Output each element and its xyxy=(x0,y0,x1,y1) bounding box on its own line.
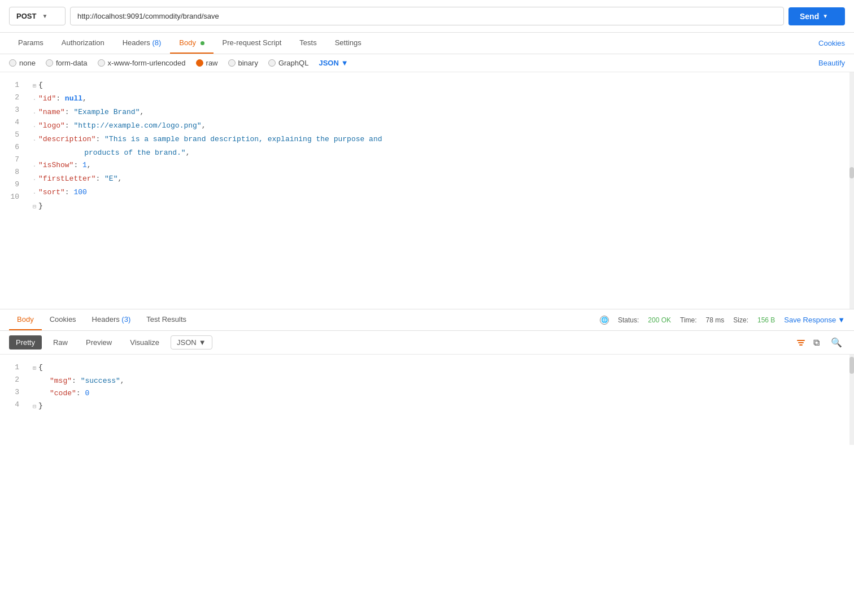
request-scrollbar-thumb xyxy=(849,167,854,178)
json-chevron-icon: ▼ xyxy=(341,59,348,67)
body-type-form-data[interactable]: form-data xyxy=(46,59,88,67)
response-scrollbar-thumb xyxy=(849,357,854,374)
response-tab-cookies[interactable]: Cookies xyxy=(42,309,84,330)
code-line-5: ·"description": "This is a sample brand … xyxy=(33,133,854,147)
time-label: Time: xyxy=(680,316,697,324)
response-raw-btn[interactable]: Raw xyxy=(46,335,75,349)
code-line-9: ⊟} xyxy=(33,200,854,213)
json-selector-label: JSON xyxy=(319,59,338,67)
code-line-8: ·"sort": 100 xyxy=(33,186,854,200)
code-line-10 xyxy=(33,213,854,226)
code-line-5b: products of the brand.", xyxy=(33,147,854,159)
body-type-graphql[interactable]: GraphQL xyxy=(268,59,308,67)
radio-none-icon xyxy=(9,59,16,67)
code-line-7: ·"firstLetter": "E", xyxy=(33,173,854,186)
url-bar: POST ▼ Send ▼ xyxy=(0,0,854,33)
json-selector[interactable]: JSON ▼ xyxy=(319,59,348,67)
send-chevron-icon: ▼ xyxy=(822,13,828,19)
radio-raw-icon xyxy=(196,59,203,67)
request-line-numbers: 1 2 3 4 5 6 7 8 9 10 xyxy=(0,72,28,309)
response-tab-body[interactable]: Body xyxy=(9,309,42,330)
response-headers-badge: (3) xyxy=(121,315,130,324)
response-tab-test-results[interactable]: Test Results xyxy=(138,309,194,330)
response-code-content: ⊞{ "msg": "success", "code": 0 ⊟} xyxy=(28,355,854,445)
request-code-content: ⊞{ ·"id": null, ·"name": "Example Brand"… xyxy=(28,72,854,309)
size-label: Size: xyxy=(733,316,748,324)
size-value: 156 B xyxy=(757,316,775,324)
save-response-label: Save Response xyxy=(784,316,836,324)
radio-graphql-icon xyxy=(268,59,276,67)
response-visualize-btn[interactable]: Visualize xyxy=(123,335,166,349)
save-response-chevron-icon: ▼ xyxy=(838,316,845,324)
tab-params[interactable]: Params xyxy=(9,33,53,54)
request-body-editor[interactable]: 1 2 3 4 5 6 7 8 9 10 ⊞{ ·"id": null, ·"n… xyxy=(0,72,854,309)
body-type-raw-label: raw xyxy=(206,59,218,67)
body-type-raw[interactable]: raw xyxy=(196,59,218,67)
radio-formdata-icon xyxy=(46,59,53,67)
method-label: POST xyxy=(16,12,36,20)
code-line-1: ⊞{ xyxy=(33,79,854,93)
code-line-6: ·"isShow": 1, xyxy=(33,159,854,173)
tab-body[interactable]: Body xyxy=(170,33,213,54)
radio-urlencoded-icon xyxy=(98,59,105,67)
method-select[interactable]: POST ▼ xyxy=(9,7,66,25)
copy-button[interactable]: ⧉ xyxy=(811,337,822,349)
response-tab-headers[interactable]: Headers (3) xyxy=(84,309,139,330)
send-button[interactable]: Send ▼ xyxy=(788,7,845,25)
radio-binary-icon xyxy=(228,59,236,67)
cookies-link[interactable]: Cookies xyxy=(818,33,845,53)
body-type-urlencoded[interactable]: x-www-form-urlencoded xyxy=(98,59,186,67)
filter-icon[interactable] xyxy=(797,340,805,346)
status-label: Status: xyxy=(618,316,639,324)
response-meta: 🌐 Status: 200 OK Time: 78 ms Size: 156 B… xyxy=(600,316,845,325)
body-type-row: none form-data x-www-form-urlencoded raw… xyxy=(0,54,854,72)
tab-tests[interactable]: Tests xyxy=(290,33,325,54)
code-line-2: ·"id": null, xyxy=(33,93,854,106)
save-response-button[interactable]: Save Response ▼ xyxy=(784,316,845,324)
response-line-numbers: 1 2 3 4 xyxy=(0,355,28,445)
response-scrollbar[interactable] xyxy=(849,355,854,445)
tab-settings[interactable]: Settings xyxy=(326,33,371,54)
response-tabs: Body Cookies Headers (3) Test Results 🌐 … xyxy=(0,309,854,331)
headers-badge: (8) xyxy=(152,38,161,47)
resp-code-line-2: "msg": "success", xyxy=(33,375,854,387)
code-line-3: ·"name": "Example Brand", xyxy=(33,106,854,120)
request-tabs: Params Authorization Headers (8) Body Pr… xyxy=(0,33,854,54)
search-button[interactable]: 🔍 xyxy=(828,336,845,349)
response-json-selector[interactable]: JSON ▼ xyxy=(171,335,212,349)
response-icons: ⧉ 🔍 xyxy=(797,336,845,349)
response-json-chevron-icon: ▼ xyxy=(199,338,206,347)
url-input[interactable] xyxy=(70,7,784,25)
response-format-row: Pretty Raw Preview Visualize JSON ▼ ⧉ 🔍 xyxy=(0,331,854,355)
body-type-none-label: none xyxy=(19,59,36,67)
body-type-binary-label: binary xyxy=(238,59,258,67)
code-line-4: ·"logo": "http://example.com/logo.png", xyxy=(33,120,854,133)
globe-icon: 🌐 xyxy=(600,316,609,325)
resp-code-line-1: ⊞{ xyxy=(33,361,854,375)
body-type-graphql-label: GraphQL xyxy=(278,59,308,67)
time-value: 78 ms xyxy=(706,316,725,324)
response-body-editor: 1 2 3 4 ⊞{ "msg": "success", "code": 0 ⊟… xyxy=(0,355,854,445)
method-chevron-icon: ▼ xyxy=(42,13,47,19)
tab-pre-request[interactable]: Pre-request Script xyxy=(213,33,291,54)
request-scrollbar[interactable] xyxy=(849,72,854,309)
resp-code-line-4: ⊟} xyxy=(33,400,854,413)
send-label: Send xyxy=(800,12,819,21)
response-pretty-btn[interactable]: Pretty xyxy=(9,335,42,349)
body-type-urlencoded-label: x-www-form-urlencoded xyxy=(108,59,186,67)
response-preview-btn[interactable]: Preview xyxy=(79,335,119,349)
tab-authorization[interactable]: Authorization xyxy=(53,33,114,54)
body-type-none[interactable]: none xyxy=(9,59,36,67)
beautify-button[interactable]: Beautify xyxy=(818,59,845,67)
response-json-label: JSON xyxy=(177,338,197,347)
resp-code-line-3: "code": 0 xyxy=(33,387,854,400)
tab-headers[interactable]: Headers (8) xyxy=(114,33,171,54)
status-value: 200 OK xyxy=(648,316,671,324)
body-type-binary[interactable]: binary xyxy=(228,59,258,67)
body-dot xyxy=(201,41,204,45)
body-type-formdata-label: form-data xyxy=(56,59,88,67)
